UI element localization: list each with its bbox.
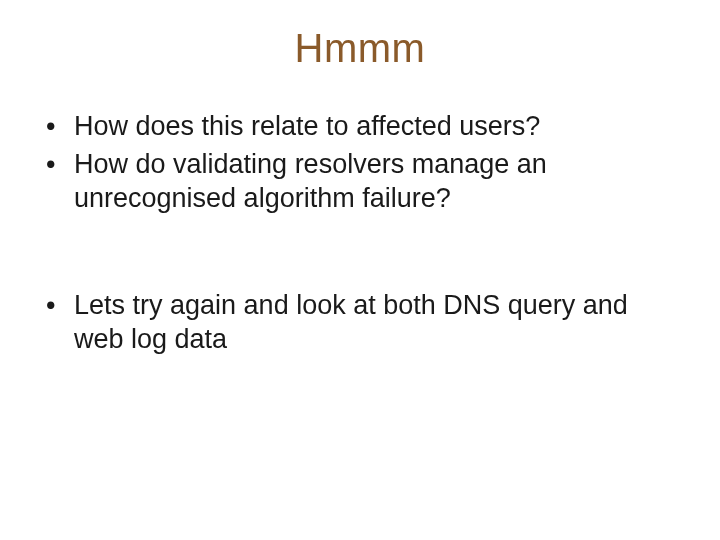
bullet-list-bottom: Lets try again and look at both DNS quer… xyxy=(40,289,680,357)
list-item: How do validating resolvers manage an un… xyxy=(40,148,680,216)
slide-title: Hmmm xyxy=(0,26,720,71)
list-item: How does this relate to affected users? xyxy=(40,110,680,144)
bullet-list-top: How does this relate to affected users? … xyxy=(40,110,680,215)
slide: Hmmm How does this relate to affected us… xyxy=(0,0,720,540)
list-item: Lets try again and look at both DNS quer… xyxy=(40,289,680,357)
spacer xyxy=(40,219,680,289)
slide-body: How does this relate to affected users? … xyxy=(40,110,680,361)
